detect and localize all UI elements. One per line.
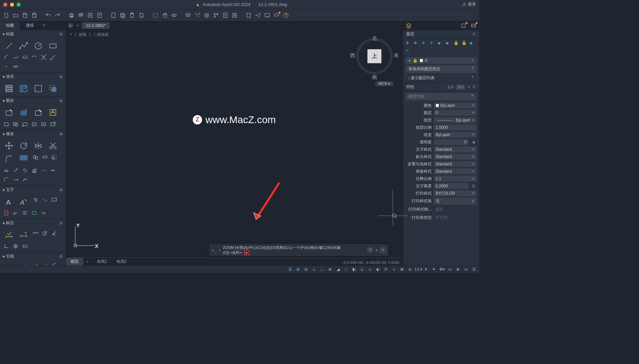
monitor-icon[interactable]	[264, 12, 270, 18]
layer-on-icon[interactable]: ☀	[422, 41, 428, 47]
paste-special-icon[interactable]	[138, 12, 144, 18]
dim-tolerance-tool[interactable]	[21, 243, 29, 250]
sb-lwt-icon[interactable]: ≡	[366, 267, 373, 273]
count-palette-icon[interactable]	[471, 23, 477, 29]
prop-linetype[interactable]: ByLayer▼	[434, 117, 477, 123]
ellipse-arc-tool[interactable]	[31, 54, 38, 61]
scale-tool[interactable]	[51, 153, 58, 161]
sb-hw-icon[interactable]: ⊕	[454, 267, 461, 273]
text-style-tool[interactable]: A	[17, 196, 30, 207]
dim-continue-tool[interactable]	[32, 229, 39, 237]
move-tool[interactable]	[3, 140, 15, 151]
block-sync-tool[interactable]	[40, 120, 47, 127]
layer-uniso-icon[interactable]: ◈	[446, 41, 452, 47]
edit-poly-tool[interactable]	[21, 176, 29, 183]
sb-otrack-icon[interactable]: ∠	[358, 267, 365, 273]
block-count-tool[interactable]	[49, 120, 57, 127]
sb-snap-icon[interactable]: ⊡	[302, 267, 310, 273]
sb-cycle-icon[interactable]: ⟳	[382, 267, 389, 273]
wcs-badge[interactable]: WCS ▾	[375, 81, 393, 86]
select-icon[interactable]	[152, 12, 158, 18]
region-tool[interactable]	[47, 83, 59, 94]
prop-plotstyle[interactable]: BYCOLOR▼	[434, 190, 477, 196]
fillet-tool[interactable]	[3, 153, 15, 165]
sb-grid-icon[interactable]: ⊞	[294, 267, 302, 273]
rotate-tool[interactable]	[17, 140, 30, 151]
prop-new-icon[interactable]: ✎	[467, 85, 471, 90]
text-check-tool[interactable]: A	[41, 196, 49, 203]
maximize-window-button[interactable]	[17, 3, 21, 7]
properties-icon[interactable]	[194, 12, 200, 18]
dim-radius-tool[interactable]	[41, 229, 49, 237]
prop-transparency[interactable]: 0	[434, 139, 469, 145]
sb-clean-icon[interactable]: ▭	[462, 267, 469, 273]
sb-model-icon[interactable]: ☰	[286, 267, 294, 273]
gear-icon[interactable]: ⚙	[59, 188, 63, 192]
gear-icon[interactable]: ⚙	[59, 75, 63, 79]
gear-icon[interactable]: ⚙	[59, 32, 63, 37]
explode-tool[interactable]	[21, 167, 29, 174]
help-icon[interactable]	[283, 12, 289, 18]
gear-icon[interactable]: ⚙	[59, 221, 63, 226]
prop-layer[interactable]: 0▼	[434, 110, 477, 116]
layer-palette-icon[interactable]	[406, 23, 412, 29]
zigzag-tool[interactable]	[12, 63, 19, 70]
sb-custom-icon[interactable]: ☰	[470, 267, 477, 273]
layer-icon[interactable]	[185, 12, 191, 18]
sheet-set-icon[interactable]	[222, 12, 228, 18]
prop-textheight[interactable]: 0.2000	[434, 183, 469, 189]
prop-mleader[interactable]: Standard▼	[434, 161, 477, 167]
cmd-help-icon[interactable]: ?	[367, 247, 373, 254]
layer-lock-icon[interactable]: 🔒	[454, 41, 460, 47]
layout-tab-model[interactable]: 模型	[66, 258, 83, 266]
prop-popout-icon[interactable]: ⇱	[473, 85, 476, 90]
erase-tool[interactable]	[12, 167, 19, 174]
align-tool[interactable]	[31, 167, 38, 174]
spline-tool[interactable]	[12, 54, 19, 61]
cmd-history-icon[interactable]: ▾	[218, 248, 221, 253]
layout-tab-2[interactable]: 布局2	[112, 258, 131, 266]
orbit-icon[interactable]	[171, 12, 177, 18]
undo-icon[interactable]	[45, 12, 51, 18]
prop-dimstyle[interactable]: Standard▼	[434, 154, 477, 160]
layer-match-icon[interactable]: ◈	[470, 41, 476, 47]
viewcube-face[interactable]: 上	[367, 49, 381, 63]
sb-iso-icon[interactable]: ◢	[334, 267, 341, 273]
hatch-tool[interactable]	[3, 83, 15, 94]
gear-icon[interactable]: ⚙	[59, 132, 63, 136]
paste-icon[interactable]	[129, 12, 135, 18]
layer-unlock-icon[interactable]: 🔓	[462, 41, 468, 47]
leader-style-tool[interactable]	[17, 263, 30, 266]
ray-tool[interactable]	[49, 54, 57, 61]
line-tool[interactable]	[3, 40, 15, 52]
close-window-button[interactable]	[3, 3, 7, 7]
markup-icon[interactable]	[232, 12, 238, 18]
xline-tool[interactable]	[40, 54, 47, 61]
layer-thaw-icon[interactable]: ❄	[414, 41, 420, 47]
design-center-icon[interactable]	[204, 12, 210, 18]
cloud-icon[interactable]	[274, 12, 280, 18]
sb-polar-icon[interactable]: ⊕	[326, 267, 333, 273]
sb-quick-icon[interactable]: ◎	[406, 267, 413, 273]
sb-ortho-icon[interactable]: ∟	[318, 267, 325, 273]
send-icon[interactable]	[255, 12, 261, 18]
layer-iso-icon[interactable]: ◈	[438, 41, 444, 47]
dim-center-tool[interactable]	[12, 243, 19, 250]
pan-icon[interactable]	[162, 12, 168, 18]
dim-ordinate-tool[interactable]	[3, 243, 10, 250]
layer-state-selector[interactable]: 未保存的图层状态 ▼	[406, 65, 477, 73]
sb-transparency-icon[interactable]: ◐	[374, 267, 381, 273]
chamfer-tool[interactable]	[3, 176, 10, 183]
sb-workspace-icon[interactable]: ⚙▾	[438, 267, 445, 273]
text-convert-tool[interactable]: Aa	[40, 209, 47, 217]
array-tool[interactable]	[17, 153, 30, 165]
layer-freeze-icon[interactable]: ❄	[406, 41, 412, 47]
rectangle-tool[interactable]	[47, 40, 59, 52]
sb-annosync-icon[interactable]: ✦	[422, 267, 429, 273]
popout-icon[interactable]: ⇱	[473, 32, 476, 37]
open-icon[interactable]	[13, 12, 19, 18]
cmd-input[interactable]: e	[244, 250, 249, 255]
tab-more[interactable]: ‹‹	[40, 21, 48, 30]
block-attr-tool[interactable]: A	[31, 120, 38, 127]
minimize-window-button[interactable]	[10, 3, 14, 7]
